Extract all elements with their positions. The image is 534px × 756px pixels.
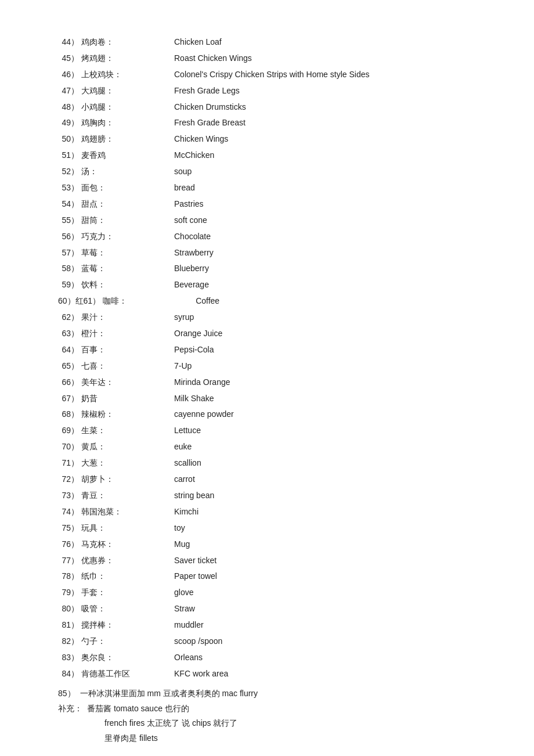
- item-english: Milk Shake: [174, 391, 488, 406]
- item-chinese: 果汁：: [81, 310, 174, 325]
- list-item: 63）橙汁：Orange Juice: [58, 326, 488, 341]
- list-item: 82）勺子：scoop /spoon: [58, 634, 488, 649]
- list-item: 84）肯德基工作区KFC work area: [58, 667, 488, 682]
- note-line: french fires 太正统了 说 chips 就行了: [58, 716, 488, 731]
- list-item: 68）辣椒粉：cayenne powder: [58, 407, 488, 422]
- list-item: 69）生菜：Lettuce: [58, 423, 488, 438]
- item-chinese: 大葱：: [81, 456, 174, 471]
- item-english: Chicken Wings: [174, 132, 488, 147]
- item-english: McChicken: [174, 148, 488, 163]
- item-chinese: 甜点：: [81, 197, 174, 212]
- item-english: Beverage: [174, 278, 488, 293]
- item-chinese: 手套：: [81, 585, 174, 600]
- item-english: 7-Up: [174, 359, 488, 374]
- list-item: 54）甜点：Pastries: [58, 197, 488, 212]
- item-number: 54）: [58, 197, 81, 212]
- list-item: 50）鸡翅膀：Chicken Wings: [58, 132, 488, 147]
- list-item: 75）玩具：toy: [58, 521, 488, 536]
- item-english: KFC work area: [174, 667, 488, 682]
- item-chinese: 搅拌棒：: [81, 618, 174, 633]
- note-prefix: 85）: [58, 686, 75, 701]
- item-english: Fresh Grade Legs: [174, 84, 488, 99]
- item-number: 50）: [58, 132, 81, 147]
- list-item: 59）饮料：Beverage: [58, 278, 488, 293]
- vocabulary-list: 44）鸡肉卷：Chicken Loaf45）烤鸡翅：Roast Chicken …: [58, 35, 488, 682]
- item-number: 62）: [58, 310, 81, 325]
- item-chinese: 麦香鸡: [81, 148, 174, 163]
- list-item: 77）优惠券：Saver ticket: [58, 553, 488, 568]
- item-chinese: 韩国泡菜：: [81, 505, 174, 520]
- item-chinese: 优惠券：: [81, 553, 174, 568]
- notes-section: 85）一种冰淇淋里面加 mm 豆或者奥利奥的 mac flurry补充：番茄酱 …: [58, 686, 488, 747]
- item-number: 74）: [58, 505, 81, 520]
- list-item: 57）草莓：Strawberry: [58, 246, 488, 261]
- list-item: 53）面包：bread: [58, 181, 488, 196]
- list-item: 64）百事：Pepsi-Cola: [58, 343, 488, 358]
- item-english: string bean: [174, 488, 488, 503]
- item-number: 46）: [58, 67, 81, 82]
- item-english: Lettuce: [174, 423, 488, 438]
- item-english: Fresh Grade Breast: [174, 116, 488, 131]
- item-english: Roast Chicken Wings: [174, 51, 488, 66]
- item-number: 73）: [58, 488, 81, 503]
- item-chinese: 勺子：: [81, 634, 174, 649]
- item-chinese: 玩具：: [81, 521, 174, 536]
- item-english: Mug: [174, 537, 488, 552]
- item-english: scallion: [174, 456, 488, 471]
- item-english: scoop /spoon: [174, 634, 488, 649]
- item-number: 49）: [58, 116, 81, 131]
- item-chinese: 小鸡腿：: [81, 100, 174, 115]
- list-item: 73）青豆：string bean: [58, 488, 488, 503]
- item-number: 55）: [58, 213, 81, 228]
- item-english: Orleans: [174, 650, 488, 665]
- note-text: 番茄酱 tomato sauce 也行的: [87, 701, 189, 717]
- list-item: 49）鸡胸肉：Fresh Grade Breast: [58, 116, 488, 131]
- item-english: Chocolate: [174, 229, 488, 244]
- item-english: Straw: [174, 602, 488, 617]
- list-item: 48）小鸡腿：Chicken Drumsticks: [58, 100, 488, 115]
- item-number: 48）: [58, 100, 81, 115]
- item-english: glove: [174, 585, 488, 600]
- item-number: 71）: [58, 456, 81, 471]
- list-item: 51）麦香鸡McChicken: [58, 148, 488, 163]
- note-line: 里脊肉是 fillets: [58, 731, 488, 746]
- item-english: soup: [174, 164, 488, 179]
- item-number: 69）: [58, 423, 81, 438]
- list-item: 72）胡萝卜：carrot: [58, 472, 488, 487]
- item-chinese: 奥尔良：: [81, 650, 174, 665]
- item-chinese: 饮料：: [81, 278, 174, 293]
- item-chinese: 辣椒粉：: [81, 407, 174, 422]
- item-number: 58）: [58, 261, 81, 276]
- item-number: 53）: [58, 181, 81, 196]
- item-chinese: 鸡翅膀：: [81, 132, 174, 147]
- item-english: Kimchi: [174, 505, 488, 520]
- item-chinese: 生菜：: [81, 423, 174, 438]
- item-english: muddler: [174, 618, 488, 633]
- item-number: 52）: [58, 164, 81, 179]
- list-item: 71）大葱：scallion: [58, 456, 488, 471]
- list-item: 62）果汁：syrup: [58, 310, 488, 325]
- list-item: 67）奶昔Milk Shake: [58, 391, 488, 406]
- item-english: Colonel's Crispy Chicken Strips with Hom…: [174, 67, 488, 82]
- item-chinese: 七喜：: [81, 359, 174, 374]
- item-number: 51）: [58, 148, 81, 163]
- item-chinese: 面包：: [81, 181, 174, 196]
- item-english: Mirinda Orange: [174, 375, 488, 390]
- item-english: Blueberry: [174, 261, 488, 276]
- item-chinese: 纸巾：: [81, 569, 174, 584]
- item-english: Chicken Drumsticks: [174, 100, 488, 115]
- item-chinese: 咖啡：: [103, 294, 196, 309]
- item-number: 83）: [58, 650, 81, 665]
- item-chinese: 草莓：: [81, 246, 174, 261]
- item-english: Coffee: [196, 294, 488, 309]
- item-chinese: 肯德基工作区: [81, 667, 174, 682]
- item-number: 67）: [58, 391, 81, 406]
- item-chinese: 百事：: [81, 343, 174, 358]
- note-text: 一种冰淇淋里面加 mm 豆或者奥利奥的 mac flurry: [80, 686, 258, 701]
- item-number: 75）: [58, 521, 81, 536]
- list-item: 65）七喜：7-Up: [58, 359, 488, 374]
- item-chinese: 巧克力：: [81, 229, 174, 244]
- item-english: Saver ticket: [174, 553, 488, 568]
- note-line: 补充：番茄酱 tomato sauce 也行的: [58, 701, 488, 717]
- item-chinese: 美年达：: [81, 375, 174, 390]
